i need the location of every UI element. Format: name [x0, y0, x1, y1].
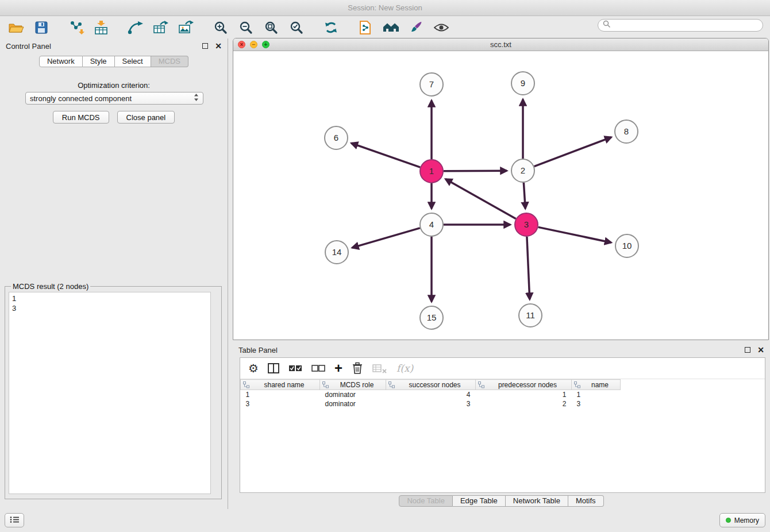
table-cell[interactable]: 3	[241, 399, 320, 408]
criterion-selected-value: strongly connected component	[30, 94, 132, 103]
control-panel: Control Panel ✕ Network Style Select MCD…	[0, 38, 228, 509]
zoom-in-icon[interactable]	[211, 18, 230, 37]
select-all-columns-icon[interactable]	[288, 364, 302, 373]
table-cell[interactable]: dominator	[320, 399, 386, 408]
graph-edge-3-11[interactable]	[527, 237, 530, 299]
column-header-successor-nodes[interactable]: successor nodes	[386, 380, 476, 390]
delete-column-trash-icon[interactable]	[352, 362, 363, 375]
document-network-icon[interactable]	[356, 18, 375, 37]
zoom-selected-icon[interactable]	[287, 18, 306, 37]
column-header-MCDS-role[interactable]: MCDS role	[320, 380, 386, 390]
optimization-criterion-select[interactable]: strongly connected component	[25, 92, 203, 105]
mcds-result-item: 1	[12, 294, 207, 303]
float-table-panel-icon[interactable]	[745, 347, 750, 353]
open-session-icon[interactable]	[7, 18, 25, 37]
column-header-shared-name[interactable]: shared name	[241, 380, 320, 390]
deselect-all-columns-icon[interactable]	[311, 364, 325, 373]
function-builder-icon[interactable]: f(x)	[396, 363, 413, 374]
zoom-fit-icon[interactable]	[262, 18, 280, 37]
window-zoom-icon[interactable]: +	[262, 41, 270, 48]
window-close-icon[interactable]: ×	[238, 41, 245, 48]
graph-node-8[interactable]: 8	[615, 120, 638, 143]
column-header-name[interactable]: name	[572, 380, 621, 390]
mcds-result-title: MCDS result (2 nodes)	[11, 282, 90, 291]
graph-node-6[interactable]: 6	[325, 126, 348, 149]
graph-edge-2-3[interactable]	[523, 183, 525, 209]
mcds-result-list[interactable]: 13	[9, 292, 211, 494]
close-table-panel-icon[interactable]: ✕	[757, 346, 764, 354]
tab-style[interactable]: Style	[83, 56, 115, 67]
network-canvas[interactable]: 7968124314101511	[233, 51, 768, 340]
graph-node-2[interactable]: 2	[511, 159, 534, 182]
graph-node-3[interactable]: 3	[515, 213, 538, 236]
graph-edge-1-2[interactable]	[444, 171, 507, 171]
zoom-out-icon[interactable]	[237, 18, 255, 37]
graph-node-15[interactable]: 15	[420, 306, 443, 329]
table-cell[interactable]: 1	[572, 390, 621, 399]
search-input[interactable]	[613, 20, 763, 30]
table-cell[interactable]: 1	[241, 390, 320, 399]
column-header-predecessor-nodes[interactable]: predecessor nodes	[476, 380, 572, 390]
graph-edge-3-10[interactable]	[538, 227, 611, 242]
table-cell[interactable]: 3	[572, 399, 621, 408]
first-neighbors-icon[interactable]	[382, 18, 400, 37]
column-header-label: predecessor nodes	[498, 381, 557, 389]
add-column-icon[interactable]: +	[334, 361, 342, 375]
float-panel-icon[interactable]	[202, 43, 208, 49]
svg-text:3: 3	[524, 219, 529, 229]
delete-table-icon[interactable]	[372, 363, 387, 373]
tab-motifs[interactable]: Motifs	[568, 495, 604, 507]
control-panel-title: Control Panel	[6, 42, 51, 51]
graph-edge-2-8[interactable]	[534, 137, 611, 167]
new-table-icon[interactable]	[152, 18, 170, 37]
task-history-button[interactable]	[5, 513, 24, 527]
table-cell[interactable]: 3	[386, 399, 476, 408]
split-columns-icon[interactable]	[268, 363, 279, 374]
graph-node-14[interactable]: 14	[325, 241, 348, 264]
close-panel-icon[interactable]: ✕	[215, 42, 222, 50]
table-cell[interactable]: dominator	[320, 390, 386, 399]
tab-node-table[interactable]: Node Table	[399, 495, 453, 507]
tab-select[interactable]: Select	[115, 56, 151, 67]
graph-node-11[interactable]: 11	[519, 304, 542, 327]
window-minimize-icon[interactable]: −	[250, 41, 257, 48]
graph-node-1[interactable]: 1	[420, 160, 443, 183]
svg-text:10: 10	[622, 241, 632, 250]
graph-node-7[interactable]: 7	[420, 73, 443, 96]
search-box[interactable]	[598, 19, 763, 32]
run-mcds-button[interactable]: Run MCDS	[53, 111, 109, 124]
graph-edge-3-1[interactable]	[445, 179, 515, 219]
column-tree-icon	[322, 381, 329, 390]
graph-node-4[interactable]: 4	[420, 213, 443, 236]
new-network-icon[interactable]	[126, 18, 145, 37]
memory-button[interactable]: Memory	[719, 513, 765, 527]
table-settings-gear-icon[interactable]: ⚙	[248, 361, 259, 375]
network-window-titlebar: scc.txt × − +	[233, 38, 768, 51]
import-network-icon[interactable]	[67, 18, 85, 37]
table-row[interactable]: 1dominator411	[241, 390, 621, 399]
tab-network[interactable]: Network	[39, 56, 83, 67]
graph-node-9[interactable]: 9	[511, 72, 534, 95]
save-session-icon[interactable]	[32, 18, 51, 37]
close-panel-button[interactable]: Close panel	[117, 111, 175, 124]
tab-mcds[interactable]: MCDS	[151, 56, 188, 67]
svg-text:14: 14	[332, 247, 342, 257]
eye-icon[interactable]	[432, 18, 451, 37]
table-cell[interactable]: 4	[386, 390, 476, 399]
table-cell[interactable]: 1	[476, 390, 572, 399]
import-table-icon[interactable]	[92, 18, 110, 37]
refresh-icon[interactable]	[322, 18, 340, 37]
graph-edge-1-6[interactable]	[351, 143, 420, 167]
network-window-title: scc.txt	[233, 40, 768, 49]
window-titlebar: Session: New Session	[0, 0, 770, 16]
table-cell[interactable]: 2	[476, 399, 572, 408]
select-stepper-icon	[194, 93, 199, 103]
tab-network-table[interactable]: Network Table	[506, 495, 568, 507]
graph-node-10[interactable]: 10	[615, 234, 638, 257]
table-row[interactable]: 3dominator323	[241, 399, 621, 408]
style-brush-icon[interactable]	[407, 18, 425, 37]
tab-edge-table[interactable]: Edge Table	[453, 495, 506, 507]
graph-edge-4-14[interactable]	[352, 228, 420, 248]
export-image-icon[interactable]	[177, 18, 195, 37]
network-graph[interactable]: 7968124314101511	[233, 51, 768, 340]
